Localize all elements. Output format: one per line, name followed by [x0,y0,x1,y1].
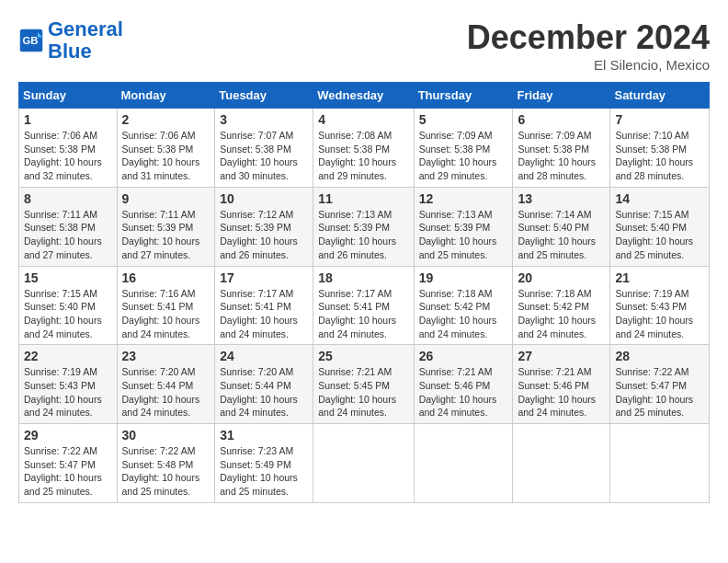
calendar-cell: 21Sunrise: 7:19 AM Sunset: 5:43 PM Dayli… [610,266,710,345]
calendar-cell: 22Sunrise: 7:19 AM Sunset: 5:43 PM Dayli… [19,345,118,424]
calendar-cell: 28Sunrise: 7:22 AM Sunset: 5:47 PM Dayli… [610,345,710,424]
calendar-cell: 26Sunrise: 7:21 AM Sunset: 5:46 PM Dayli… [414,345,513,424]
day-number: 30 [122,428,210,442]
calendar-cell: 11Sunrise: 7:13 AM Sunset: 5:39 PM Dayli… [313,187,414,266]
calendar-header-row: SundayMondayTuesdayWednesdayThursdayFrid… [19,83,710,109]
calendar-week-row: 15Sunrise: 7:15 AM Sunset: 5:40 PM Dayli… [19,266,710,345]
day-number: 18 [318,270,408,285]
svg-text:GB: GB [22,35,38,46]
day-number: 15 [24,270,112,285]
day-number: 27 [518,349,605,363]
day-info: Sunrise: 7:20 AM Sunset: 5:44 PM Dayligh… [220,365,308,419]
calendar-cell: 6Sunrise: 7:09 AM Sunset: 5:38 PM Daylig… [513,109,610,188]
logo: GB General Blue [18,18,123,63]
day-info: Sunrise: 7:08 AM Sunset: 5:38 PM Dayligh… [318,129,408,183]
day-info: Sunrise: 7:21 AM Sunset: 5:46 PM Dayligh… [419,365,508,419]
calendar-cell: 4Sunrise: 7:08 AM Sunset: 5:38 PM Daylig… [313,109,414,188]
calendar-table: SundayMondayTuesdayWednesdayThursdayFrid… [18,82,710,503]
day-info: Sunrise: 7:20 AM Sunset: 5:44 PM Dayligh… [122,365,210,419]
day-number: 28 [615,349,704,363]
day-number: 12 [419,191,508,206]
day-info: Sunrise: 7:13 AM Sunset: 5:39 PM Dayligh… [318,208,408,262]
logo-text: General Blue [48,18,123,63]
calendar-cell: 16Sunrise: 7:16 AM Sunset: 5:41 PM Dayli… [117,266,215,345]
weekday-header: Wednesday [313,83,414,109]
calendar-week-row: 22Sunrise: 7:19 AM Sunset: 5:43 PM Dayli… [19,345,710,424]
calendar-body: 1Sunrise: 7:06 AM Sunset: 5:38 PM Daylig… [19,109,710,503]
day-number: 26 [419,349,508,363]
calendar-cell: 25Sunrise: 7:21 AM Sunset: 5:45 PM Dayli… [313,345,414,424]
day-info: Sunrise: 7:11 AM Sunset: 5:38 PM Dayligh… [24,208,112,262]
weekday-header: Saturday [610,83,710,109]
day-info: Sunrise: 7:15 AM Sunset: 5:40 PM Dayligh… [24,287,112,341]
day-info: Sunrise: 7:18 AM Sunset: 5:42 PM Dayligh… [518,287,605,341]
day-number: 8 [24,191,112,206]
calendar-cell: 17Sunrise: 7:17 AM Sunset: 5:41 PM Dayli… [215,266,313,345]
day-number: 21 [615,270,704,285]
calendar-cell: 24Sunrise: 7:20 AM Sunset: 5:44 PM Dayli… [215,345,313,424]
calendar-cell [414,424,513,503]
calendar-cell: 5Sunrise: 7:09 AM Sunset: 5:38 PM Daylig… [414,109,513,188]
day-number: 11 [318,191,408,206]
calendar-cell [513,424,610,503]
day-info: Sunrise: 7:21 AM Sunset: 5:46 PM Dayligh… [518,365,605,419]
day-number: 3 [220,112,308,127]
day-number: 31 [220,428,308,442]
calendar-cell: 15Sunrise: 7:15 AM Sunset: 5:40 PM Dayli… [19,266,118,345]
logo-line2: Blue [48,40,92,63]
day-number: 13 [518,191,605,206]
day-info: Sunrise: 7:22 AM Sunset: 5:47 PM Dayligh… [615,365,704,419]
day-info: Sunrise: 7:07 AM Sunset: 5:38 PM Dayligh… [220,129,308,183]
day-number: 16 [122,270,210,285]
weekday-header: Thursday [414,83,513,109]
weekday-header: Tuesday [215,83,313,109]
day-number: 5 [419,112,508,127]
weekday-header: Sunday [19,83,118,109]
calendar-cell: 12Sunrise: 7:13 AM Sunset: 5:39 PM Dayli… [414,187,513,266]
day-info: Sunrise: 7:06 AM Sunset: 5:38 PM Dayligh… [24,129,112,183]
day-info: Sunrise: 7:11 AM Sunset: 5:39 PM Dayligh… [122,208,210,262]
day-info: Sunrise: 7:14 AM Sunset: 5:40 PM Dayligh… [518,208,605,262]
calendar-cell: 31Sunrise: 7:23 AM Sunset: 5:49 PM Dayli… [215,424,313,503]
day-number: 23 [122,349,210,363]
day-info: Sunrise: 7:12 AM Sunset: 5:39 PM Dayligh… [220,208,308,262]
calendar-cell: 19Sunrise: 7:18 AM Sunset: 5:42 PM Dayli… [414,266,513,345]
day-number: 1 [24,112,112,127]
day-number: 17 [220,270,308,285]
weekday-header: Friday [513,83,610,109]
day-info: Sunrise: 7:15 AM Sunset: 5:40 PM Dayligh… [615,208,704,262]
location-title: El Silencio, Mexico [467,57,710,73]
day-info: Sunrise: 7:09 AM Sunset: 5:38 PM Dayligh… [419,129,508,183]
day-number: 24 [220,349,308,363]
day-info: Sunrise: 7:13 AM Sunset: 5:39 PM Dayligh… [419,208,508,262]
title-area: December 2024 El Silencio, Mexico [467,18,710,73]
calendar-week-row: 1Sunrise: 7:06 AM Sunset: 5:38 PM Daylig… [19,109,710,188]
calendar-cell: 3Sunrise: 7:07 AM Sunset: 5:38 PM Daylig… [215,109,313,188]
calendar-cell: 10Sunrise: 7:12 AM Sunset: 5:39 PM Dayli… [215,187,313,266]
calendar-cell: 13Sunrise: 7:14 AM Sunset: 5:40 PM Dayli… [513,187,610,266]
day-info: Sunrise: 7:19 AM Sunset: 5:43 PM Dayligh… [615,287,704,341]
calendar-cell [610,424,710,503]
day-number: 4 [318,112,408,127]
calendar-cell [313,424,414,503]
day-info: Sunrise: 7:19 AM Sunset: 5:43 PM Dayligh… [24,365,112,419]
day-info: Sunrise: 7:18 AM Sunset: 5:42 PM Dayligh… [419,287,508,341]
month-title: December 2024 [467,18,710,57]
calendar-cell: 18Sunrise: 7:17 AM Sunset: 5:41 PM Dayli… [313,266,414,345]
calendar-cell: 30Sunrise: 7:22 AM Sunset: 5:48 PM Dayli… [117,424,215,503]
calendar-cell: 29Sunrise: 7:22 AM Sunset: 5:47 PM Dayli… [19,424,118,503]
calendar-cell: 14Sunrise: 7:15 AM Sunset: 5:40 PM Dayli… [610,187,710,266]
day-number: 29 [24,428,112,442]
calendar-cell: 9Sunrise: 7:11 AM Sunset: 5:39 PM Daylig… [117,187,215,266]
page-header: GB General Blue December 2024 El Silenci… [18,18,710,73]
logo-icon: GB [18,28,44,53]
day-info: Sunrise: 7:22 AM Sunset: 5:48 PM Dayligh… [122,444,210,499]
calendar-cell: 8Sunrise: 7:11 AM Sunset: 5:38 PM Daylig… [19,187,118,266]
day-number: 20 [518,270,605,285]
calendar-week-row: 8Sunrise: 7:11 AM Sunset: 5:38 PM Daylig… [19,187,710,266]
calendar-cell: 2Sunrise: 7:06 AM Sunset: 5:38 PM Daylig… [117,109,215,188]
calendar-cell: 23Sunrise: 7:20 AM Sunset: 5:44 PM Dayli… [117,345,215,424]
day-number: 19 [419,270,508,285]
day-info: Sunrise: 7:09 AM Sunset: 5:38 PM Dayligh… [518,129,605,183]
day-info: Sunrise: 7:21 AM Sunset: 5:45 PM Dayligh… [318,365,408,419]
